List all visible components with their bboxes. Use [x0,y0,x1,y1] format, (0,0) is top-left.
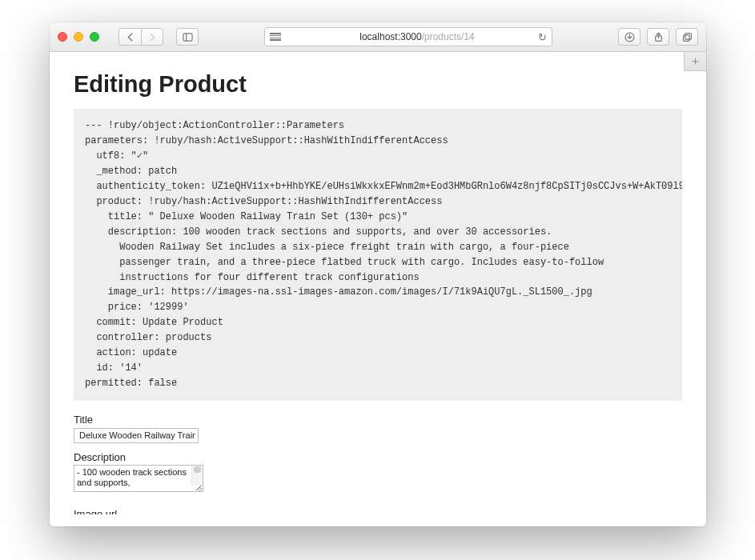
downloads-button[interactable] [618,28,641,46]
share-button[interactable] [647,28,669,46]
nav-buttons [118,28,163,46]
scrollbar-thumb[interactable] [194,466,201,473]
page-title: Editing Product [74,71,682,98]
reader-icon [270,31,281,42]
url-path: /products/14 [422,31,475,42]
description-textarea[interactable]: - 100 wooden track sections and supports… [74,465,203,492]
svg-rect-0 [183,33,191,40]
title-input[interactable] [74,428,199,443]
page-content: Editing Product --- !ruby/object:ActionC… [50,52,706,526]
description-label: Description [74,451,682,463]
maximize-window-button[interactable] [90,32,99,42]
window-controls [58,32,99,42]
address-bar[interactable]: localhost:3000/products/14 ↻ [264,27,552,46]
new-tab-button[interactable]: ＋ [684,52,706,71]
toolbar-right [618,28,698,46]
svg-rect-4 [683,34,689,41]
back-button[interactable] [118,28,141,46]
minimize-window-button[interactable] [74,32,83,42]
svg-rect-5 [685,33,691,39]
browser-window: localhost:3000/products/14 ↻ ＋ Editing P… [50,22,706,526]
tabs-button[interactable] [676,28,698,46]
textarea-resize-handle[interactable] [195,483,203,491]
close-window-button[interactable] [58,32,67,42]
title-label: Title [74,414,682,426]
titlebar: localhost:3000/products/14 ↻ [50,22,706,52]
forward-button[interactable] [141,28,163,46]
url-host: localhost:3000 [359,31,421,42]
url-text: localhost:3000/products/14 [287,31,547,42]
address-bar-wrap: localhost:3000/products/14 ↻ [205,27,612,46]
params-debug-output: --- !ruby/object:ActionController::Param… [74,109,682,401]
image-url-label: Image url [74,508,682,514]
reload-icon[interactable]: ↻ [538,31,547,43]
sidebar-toggle-button[interactable] [176,28,199,46]
